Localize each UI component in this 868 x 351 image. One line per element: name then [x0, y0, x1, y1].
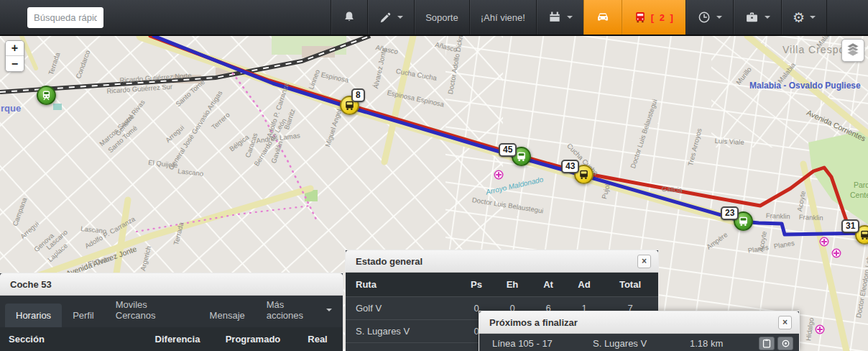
top-navbar: Soporte ¡Ahí viene! [0, 0, 868, 36]
marker-number-badge[interactable]: 43 [561, 160, 579, 173]
chevron-down-icon [326, 309, 332, 311]
estado-cell: S. Lugares V [346, 326, 458, 337]
clock-icon [697, 10, 711, 24]
settings-menu-button[interactable]: ⚙ [781, 0, 826, 35]
zoom-in-button[interactable]: + [6, 41, 24, 56]
coche-column-header: Programado [213, 334, 292, 345]
hospital-icon [819, 237, 829, 250]
chevron-down-icon [397, 16, 403, 19]
tab-moviles-cercanos[interactable]: Moviles Cercanos [105, 293, 199, 327]
marker-number-badge[interactable]: 45 [499, 143, 517, 157]
chevron-down-icon [810, 16, 816, 19]
hospital-icon [831, 248, 841, 261]
soporte-button[interactable]: Soporte [414, 0, 469, 35]
coche-table-header: SecciónDiferenciaProgramadoReal [0, 327, 343, 351]
estado-column-header: At [530, 279, 566, 290]
car-icon [595, 9, 611, 25]
chevron-down-icon [567, 16, 573, 19]
estado-panel-header[interactable]: Estado general × [346, 250, 658, 273]
estado-column-header: Total [602, 279, 658, 290]
vehicles-button[interactable] [583, 0, 622, 35]
map-zoom-control: + − [5, 40, 24, 72]
pencil-icon [379, 11, 392, 24]
estado-column-header: Ruta [346, 279, 458, 290]
list-item[interactable]: Línea 105 - 17S. Lugares V1.18 km [479, 334, 799, 351]
calendar-menu-button[interactable] [536, 0, 583, 35]
proximos-rows: Línea 105 - 17S. Lugares V1.18 km [479, 334, 799, 351]
tab-horarios[interactable]: Horarios [5, 304, 62, 327]
marker-number-badge[interactable]: 31 [841, 219, 859, 233]
bus-alert-count: [ 2 ] [651, 12, 675, 23]
proximos-panel: Próximos a finalizar × Línea 105 - 17S. … [479, 311, 800, 351]
ahi-viene-button[interactable]: ¡Ahí viene! [469, 0, 536, 35]
estado-cell: Golf V [346, 303, 458, 314]
chevron-down-icon [716, 16, 722, 19]
estado-header-row: RutaPsEhAtAdTotal [346, 273, 658, 296]
proximos-cell: 1.18 km [690, 338, 756, 349]
vehicle-panel: Coche 53 HorariosPerfilMoviles CercanosM… [0, 273, 343, 351]
search-input[interactable] [27, 7, 103, 28]
proximos-cell: Línea 105 - 17 [492, 338, 593, 349]
bus-icon [737, 215, 749, 227]
locate-icon [781, 339, 790, 348]
bell-icon [342, 10, 356, 24]
bus-icon [859, 229, 868, 241]
notifications-button[interactable] [331, 0, 367, 35]
bus-icon [578, 168, 590, 181]
station-marker[interactable] [37, 86, 56, 105]
estado-column-header: Eh [494, 279, 530, 290]
proximos-cell: S. Lugares V [593, 338, 690, 349]
tab-mensaje[interactable]: Mensaje [199, 304, 256, 327]
gear-icon: ⚙ [793, 11, 805, 24]
coche-column-header: Diferencia [142, 334, 213, 345]
zoom-out-button[interactable]: − [6, 56, 24, 71]
hospital-icon [815, 324, 825, 337]
edit-menu-button[interactable] [367, 0, 414, 35]
page-title: Coche 53 [10, 279, 52, 290]
report-button[interactable] [759, 337, 775, 350]
hospital-icon [494, 170, 504, 183]
estado-column-header: Ad [566, 279, 602, 290]
bus-alerts-button[interactable]: [ 2 ] [622, 0, 685, 35]
close-button[interactable]: × [778, 316, 792, 329]
panel-title: Próximos a finalizar [489, 317, 578, 328]
close-button[interactable]: × [637, 255, 651, 268]
tab-perfil[interactable]: Perfil [62, 304, 105, 327]
marker-number-badge[interactable]: 23 [721, 206, 739, 220]
ahi-viene-label: ¡Ahí viene! [481, 12, 525, 23]
briefcase-icon [744, 10, 760, 25]
layers-icon [845, 41, 861, 60]
coche-column-header: Sección [0, 334, 142, 345]
train-icon [40, 89, 52, 101]
estado-column-header: Ps [458, 279, 494, 290]
soporte-label: Soporte [425, 12, 458, 23]
chevron-down-icon [765, 16, 770, 19]
bus-icon [515, 150, 527, 163]
proximos-panel-header[interactable]: Próximos a finalizar × [479, 311, 799, 334]
layers-button[interactable] [841, 39, 864, 62]
coche-tabs: HorariosPerfilMoviles CercanosMensajeMás… [0, 296, 343, 327]
navbar-items: Soporte ¡Ahí viene! [331, 0, 868, 35]
tools-menu-button[interactable] [733, 0, 781, 35]
locate-button[interactable] [777, 337, 793, 350]
navbar-spacer [826, 0, 868, 35]
clipboard-icon [762, 339, 771, 348]
coche-column-header: Real [292, 334, 343, 345]
marker-number-badge[interactable]: 8 [351, 88, 365, 102]
bus-icon [633, 10, 647, 24]
history-menu-button[interactable] [685, 0, 733, 35]
calendar-icon [548, 10, 562, 24]
tab-m-s-acciones[interactable]: Más acciones [256, 293, 343, 327]
panel-title: Estado general [356, 256, 423, 267]
